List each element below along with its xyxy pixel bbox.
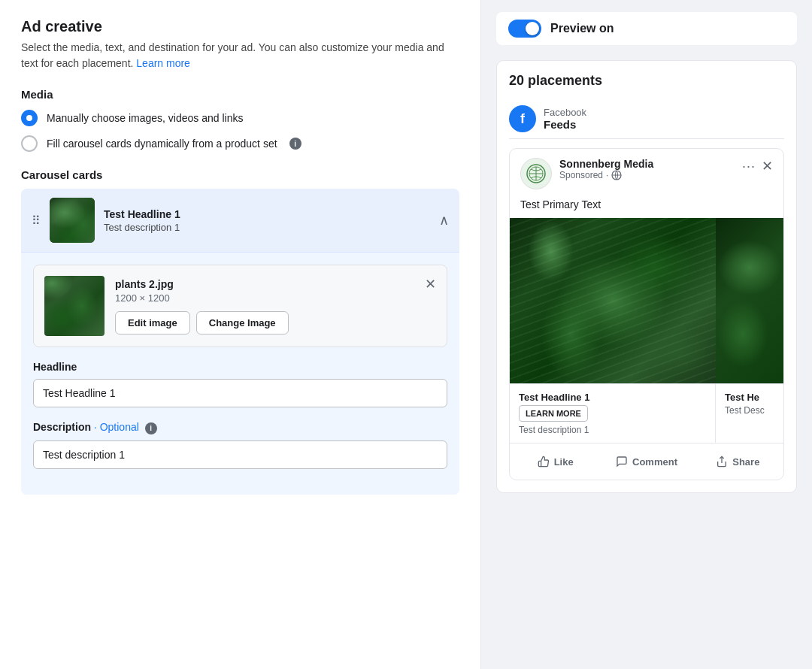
card-description-text: Test description 1: [104, 222, 430, 233]
headline-field-label: Headline: [33, 361, 447, 373]
like-button[interactable]: Like: [510, 450, 601, 474]
radio-manual-label: Manually choose images, videos and links: [47, 112, 243, 124]
toggle-knob: [526, 22, 539, 35]
carousel-card: ⠿ Test Headline 1 Test description 1 ∧ p…: [21, 189, 459, 495]
upload-info: plants 2.jpg 1200 × 1200 Edit image Chan…: [115, 278, 414, 334]
card-expanded-content: plants 2.jpg 1200 × 1200 Edit image Chan…: [21, 252, 459, 495]
carousel-image-2: [716, 218, 783, 383]
ad-card-header: Sonnenberg Media Sponsored · ··· ✕: [510, 149, 783, 198]
radio-dynamic-label: Fill carousel cards dynamically from a p…: [47, 138, 277, 150]
ad-menu: ··· ✕: [742, 158, 773, 174]
edit-image-button[interactable]: Edit image: [115, 311, 190, 334]
drag-handle-icon[interactable]: ⠿: [32, 213, 41, 228]
preview-toggle-row: Preview on: [496, 12, 797, 45]
description-input[interactable]: [33, 440, 447, 469]
carousel-labels: Test Headline 1 LEARN MORE Test descript…: [510, 383, 783, 443]
description-info-icon[interactable]: i: [145, 422, 157, 434]
platform-placement: Feeds: [544, 118, 586, 131]
close-ad-icon[interactable]: ✕: [762, 158, 773, 174]
comment-icon: [616, 456, 628, 468]
upload-actions: Edit image Change Image: [115, 311, 414, 334]
carousel-label-item-2: Test He Test Desc: [716, 384, 783, 443]
upload-thumbnail: [44, 276, 105, 336]
ad-preview-card: Sonnenberg Media Sponsored · ··· ✕: [509, 148, 784, 480]
sponsored-label: Sponsored ·: [559, 170, 735, 180]
more-options-icon[interactable]: ···: [742, 159, 756, 174]
advertiser-info: Sonnenberg Media Sponsored ·: [559, 158, 735, 180]
globe-icon: [611, 170, 622, 180]
upload-close-icon[interactable]: ✕: [425, 276, 436, 292]
radio-dynamic-circle[interactable]: [21, 135, 38, 152]
change-image-button[interactable]: Change Image: [196, 311, 289, 334]
share-icon: [716, 456, 728, 468]
page-subtitle: Select the media, text, and destination …: [21, 40, 459, 71]
card-headline-text: Test Headline 1: [104, 208, 430, 220]
primary-text: Test Primary Text: [510, 198, 783, 218]
carousel-card-header[interactable]: ⠿ Test Headline 1 Test description 1 ∧: [21, 189, 459, 252]
info-icon[interactable]: i: [289, 138, 301, 150]
radio-manual[interactable]: Manually choose images, videos and links: [21, 110, 459, 126]
placements-count: 20 placements: [509, 73, 784, 89]
carousel-headline-2: Test He: [725, 392, 774, 403]
headline-input[interactable]: [33, 379, 447, 407]
platform-info: Facebook Feeds: [544, 107, 586, 131]
preview-toggle-label: Preview on: [550, 22, 614, 35]
carousel-headline-1: Test Headline 1: [519, 392, 706, 403]
radio-dynamic[interactable]: Fill carousel cards dynamically from a p…: [21, 135, 459, 152]
learn-more-button-1[interactable]: LEARN MORE: [519, 405, 706, 425]
like-icon: [538, 456, 550, 468]
platform-name: Facebook: [544, 107, 586, 118]
advertiser-avatar: [520, 158, 552, 189]
placements-panel: 20 placements f Facebook Feeds: [496, 60, 797, 493]
facebook-icon: f: [509, 105, 536, 132]
description-field-label: Description · Optional i: [33, 421, 447, 434]
carousel-image-1: [510, 218, 716, 383]
upload-dimensions: 1200 × 1200: [115, 292, 414, 304]
advertiser-logo-icon: [526, 164, 546, 183]
dot-separator: ·: [606, 170, 608, 180]
chevron-up-icon[interactable]: ∧: [439, 212, 449, 229]
comment-button[interactable]: Comment: [601, 450, 692, 474]
carousel-desc-2: Test Desc: [725, 405, 774, 416]
right-panel: Preview on 20 placements f Facebook Feed…: [481, 0, 812, 669]
carousel-images: [510, 218, 783, 383]
upload-thumb-image: [44, 276, 105, 336]
preview-toggle[interactable]: [508, 20, 541, 38]
carousel-label-item-1: Test Headline 1 LEARN MORE Test descript…: [510, 384, 716, 443]
card-info: Test Headline 1 Test description 1: [104, 208, 430, 233]
advertiser-name: Sonnenberg Media: [559, 158, 735, 170]
description-optional-label: · Optional: [94, 421, 139, 433]
media-section-label: Media: [21, 88, 459, 101]
learn-more-link[interactable]: Learn more: [136, 57, 190, 69]
card-thumb-image: [50, 198, 95, 243]
ad-action-bar: Like Comment Share: [510, 443, 783, 480]
carousel-desc-1: Test description 1: [519, 425, 706, 435]
page-title: Ad creative: [21, 18, 459, 35]
carousel-section-label: Carousel cards: [21, 168, 459, 181]
platform-row: f Facebook Feeds: [509, 99, 784, 139]
left-panel: Ad creative Select the media, text, and …: [0, 0, 481, 669]
upload-filename: plants 2.jpg: [115, 278, 414, 290]
image-upload-area: plants 2.jpg 1200 × 1200 Edit image Chan…: [33, 265, 447, 347]
card-thumbnail: [50, 198, 95, 243]
radio-manual-circle[interactable]: [21, 110, 38, 126]
share-button[interactable]: Share: [692, 450, 783, 474]
